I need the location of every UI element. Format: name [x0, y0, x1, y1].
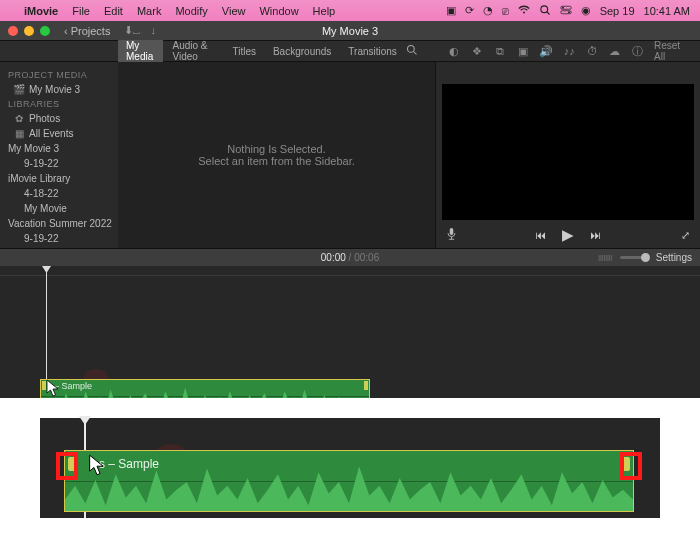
timeline-settings-group: ıııııııı Settings: [598, 252, 692, 263]
timeline-zoom-slider[interactable]: [620, 256, 648, 259]
speed-icon[interactable]: ⏱: [586, 44, 599, 58]
imovie-window: ‹ Projects ⬇︎⎵ ↓ My Movie 3 My Media Aud…: [0, 21, 700, 398]
zoom-cursor-icon: [88, 454, 106, 476]
sidebar-item-photos[interactable]: ✿ Photos: [0, 111, 118, 126]
clapper-icon: 🎬: [14, 85, 24, 95]
zoom-timeline-bg: s – Sample: [40, 418, 660, 518]
sidebar-item-label: 9-19-22: [24, 158, 58, 169]
back-to-projects-button[interactable]: ‹ Projects: [64, 25, 110, 37]
svg-line-1: [547, 11, 550, 14]
status-sync-icon[interactable]: ⟳: [465, 4, 474, 17]
sidebar-item-label: 4-18-22: [24, 188, 58, 199]
timeline-header: 00:00 / 00:06 ıııııııı Settings: [0, 248, 700, 266]
menu-mark[interactable]: Mark: [137, 5, 161, 17]
status-siri-icon[interactable]: ◉: [581, 4, 591, 17]
tab-audio-video[interactable]: Audio & Video: [164, 37, 223, 65]
download-icon[interactable]: ↓: [150, 24, 156, 37]
import-media-icon[interactable]: ⬇︎⎵: [124, 24, 140, 37]
inspector-toolbar: ◐ ❖ ⧉ ▣ 🔊 ♪♪ ⏱ ☁ ⓘ Reset All: [406, 40, 700, 62]
play-button[interactable]: ▶: [562, 226, 574, 244]
status-search-icon[interactable]: [539, 4, 551, 18]
sidebar-item-imovie-library[interactable]: iMovie Library: [0, 171, 118, 186]
media-sidebar: PROJECT MEDIA 🎬 My Movie 3 LIBRARIES ✿ P…: [0, 62, 118, 248]
chevron-left-icon: ‹: [64, 25, 68, 37]
playback-controls: ⏮ ▶ ⏭ ⤢: [436, 222, 700, 248]
menu-view[interactable]: View: [222, 5, 246, 17]
sidebar-item-project-movie[interactable]: 🎬 My Movie 3: [0, 82, 118, 97]
zoom-illustration-panel: s – Sample: [0, 398, 700, 538]
crop-icon[interactable]: ⧉: [493, 44, 506, 58]
sidebar-item-418[interactable]: 4-18-22: [0, 186, 118, 201]
tab-transitions[interactable]: Transitions: [340, 43, 405, 60]
svg-line-7: [413, 52, 416, 55]
svg-point-0: [541, 5, 548, 12]
tab-backgrounds[interactable]: Backgrounds: [265, 43, 339, 60]
status-toggles-icon[interactable]: [560, 4, 572, 18]
voiceover-mic-icon[interactable]: [446, 227, 457, 243]
window-traffic-lights: [0, 26, 50, 36]
timeline[interactable]: s – Sample: [0, 266, 700, 416]
sidebar-item-label: Vacation Summer 2022: [8, 218, 112, 229]
timeline-settings-button[interactable]: Settings: [656, 252, 692, 263]
sidebar-item-vacation[interactable]: Vacation Summer 2022: [0, 216, 118, 231]
sidebar-item-label: iMovie Library: [8, 173, 70, 184]
tab-my-media[interactable]: My Media: [118, 37, 163, 65]
status-display-icon[interactable]: ⎚: [502, 5, 509, 17]
search-icon[interactable]: [406, 44, 418, 58]
svg-point-4: [562, 6, 564, 8]
window-title: My Movie 3: [322, 25, 378, 37]
status-date[interactable]: Sep 19: [600, 5, 635, 17]
sidebar-item-movie3[interactable]: My Movie 3: [0, 141, 118, 156]
video-preview[interactable]: [442, 84, 694, 220]
info-icon[interactable]: ⓘ: [631, 44, 644, 58]
color-correct-icon[interactable]: ❖: [471, 44, 484, 58]
status-wifi-icon[interactable]: [518, 4, 530, 18]
sidebar-item-label: Photos: [29, 113, 60, 124]
sidebar-item-all-events[interactable]: ▦ All Events: [0, 126, 118, 141]
sidebar-item-movie3-date[interactable]: 9-19-22: [0, 156, 118, 171]
media-browser: Nothing Is Selected. Select an item from…: [118, 62, 436, 248]
menu-help[interactable]: Help: [313, 5, 336, 17]
menubar-status: ▣ ⟳ ◔ ⎚ ◉ Sep 19 10:41 AM: [446, 4, 690, 18]
prev-frame-button[interactable]: ⏮: [535, 229, 546, 241]
reset-all-button[interactable]: Reset All: [654, 40, 690, 62]
macos-menubar: iMovie File Edit Mark Modify View Window…: [0, 0, 700, 21]
menu-window[interactable]: Window: [259, 5, 298, 17]
sidebar-item-my-movie[interactable]: My Movie: [0, 201, 118, 216]
svg-rect-8: [450, 228, 454, 235]
zoom-clip-label: s – Sample: [99, 457, 159, 471]
preview-viewer: ⏮ ▶ ⏭ ⤢: [436, 62, 700, 248]
tab-titles[interactable]: Titles: [224, 43, 264, 60]
sidebar-item-label: My Movie 3: [29, 84, 80, 95]
window-mid: PROJECT MEDIA 🎬 My Movie 3 LIBRARIES ✿ P…: [0, 62, 700, 248]
sidebar-item-label: My Movie 3: [8, 143, 59, 154]
volume-icon[interactable]: 🔊: [539, 44, 553, 58]
back-label: Projects: [71, 25, 111, 37]
status-time[interactable]: 10:41 AM: [644, 5, 690, 17]
zoom-audio-clip[interactable]: s – Sample: [64, 450, 634, 512]
menu-edit[interactable]: Edit: [104, 5, 123, 17]
zoom-ticks-icon: ıııııııı: [598, 252, 612, 263]
timeline-ruler[interactable]: [0, 266, 700, 276]
filter-icon[interactable]: ☁: [608, 44, 621, 58]
noise-eq-icon[interactable]: ♪♪: [563, 44, 576, 58]
menu-file[interactable]: File: [72, 5, 90, 17]
timeline-time: 00:00 / 00:06: [321, 252, 379, 263]
zoom-window-button[interactable]: [40, 26, 50, 36]
status-record-icon[interactable]: ▣: [446, 4, 456, 17]
fullscreen-icon[interactable]: ⤢: [681, 229, 690, 242]
stabilize-icon[interactable]: ▣: [516, 44, 529, 58]
next-frame-button[interactable]: ⏭: [590, 229, 601, 241]
minimize-window-button[interactable]: [24, 26, 34, 36]
sidebar-item-label: My Movie: [24, 203, 67, 214]
app-name[interactable]: iMovie: [24, 5, 58, 17]
sidebar-item-919[interactable]: 9-19-22: [0, 231, 118, 246]
close-window-button[interactable]: [8, 26, 18, 36]
status-clock-icon[interactable]: ◔: [483, 4, 493, 17]
color-balance-icon[interactable]: ◐: [448, 44, 461, 58]
total-duration: 00:06: [354, 252, 379, 263]
menu-modify[interactable]: Modify: [175, 5, 207, 17]
viewer-top: [436, 62, 700, 82]
svg-point-6: [407, 46, 414, 53]
grid-icon: ▦: [14, 129, 24, 139]
